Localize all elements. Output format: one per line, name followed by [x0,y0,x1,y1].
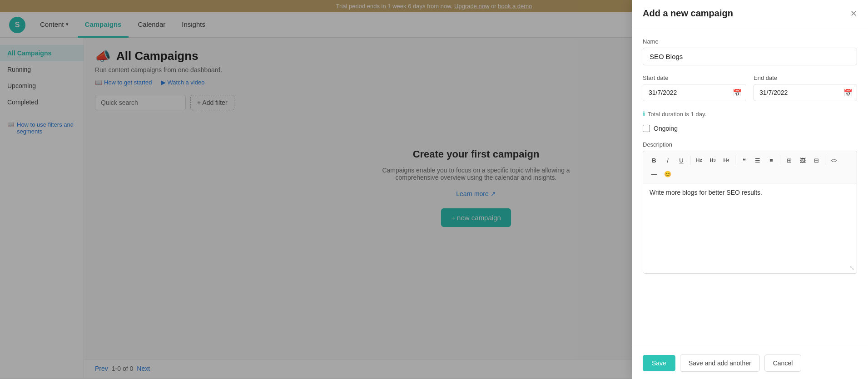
toolbar-divider-1 [690,156,690,165]
toolbar-h4-button[interactable]: H4 [720,154,733,167]
toolbar-divider-2 [735,156,735,165]
toolbar-bullet-list-button[interactable]: ☰ [751,154,764,167]
toolbar-ordered-list-button[interactable]: ≡ [765,154,778,167]
toolbar-h3-button[interactable]: H3 [706,154,719,167]
toolbar-image-button[interactable]: 🖼 [796,154,809,167]
duration-info: ℹ Total duration is 1 day. [643,110,857,118]
toolbar-embed-button[interactable]: ⊟ [810,154,823,167]
start-date-group: Start date 📅 [643,74,746,101]
save-button[interactable]: Save [643,355,675,371]
editor-text: Write more blogs for better SEO results. [650,189,762,196]
toolbar-emoji-button[interactable]: 😊 [661,167,674,180]
start-date-label: Start date [643,74,746,81]
toolbar-table-button[interactable]: ⊞ [783,154,795,167]
modal-drawer: Add a new campaign ✕ Name Start date 📅 E… [632,0,868,378]
toolbar-bold-button[interactable]: B [648,154,660,167]
toolbar-divider-3 [780,156,780,165]
name-input[interactable] [643,48,857,65]
toolbar-underline-button[interactable]: U [675,154,688,167]
name-label: Name [643,38,857,45]
end-date-label: End date [754,74,857,81]
ongoing-label[interactable]: Ongoing [654,125,678,132]
toolbar-divider-4 [825,156,825,165]
info-icon: ℹ [643,110,645,118]
toolbar-blockquote-button[interactable]: ❝ [738,154,750,167]
ongoing-checkbox[interactable] [643,125,650,132]
save-and-add-another-button[interactable]: Save and add another [680,354,760,372]
ongoing-row: Ongoing [643,125,857,132]
modal-title: Add a new campaign [643,8,733,19]
toolbar-italic-button[interactable]: I [661,154,674,167]
description-label: Description [643,141,857,148]
name-group: Name [643,38,857,65]
toolbar-h2-button[interactable]: H2 [693,154,705,167]
start-date-input[interactable] [643,84,746,101]
editor-toolbar: B I U H2 H3 H4 ❝ ☰ ≡ ⊞ 🖼 ⊟ <> — 😊 [643,151,857,183]
toolbar-hr-button[interactable]: — [648,167,660,180]
end-date-wrap: 📅 [754,84,857,101]
editor-content[interactable]: Write more blogs for better SEO results.… [643,183,857,274]
duration-text: Total duration is 1 day. [648,111,706,118]
description-group: Description B I U H2 H3 H4 ❝ ☰ ≡ ⊞ 🖼 ⊟ <… [643,141,857,274]
toolbar-code-button[interactable]: <> [828,154,840,167]
end-date-group: End date 📅 [754,74,857,101]
resize-handle: ⤡ [849,264,855,271]
modal-footer: Save Save and add another Cancel [632,347,868,378]
cancel-button[interactable]: Cancel [764,354,802,372]
start-date-wrap: 📅 [643,84,746,101]
modal-body: Name Start date 📅 End date 📅 ℹ [632,27,868,347]
date-row: Start date 📅 End date 📅 [643,74,857,101]
close-button[interactable]: ✕ [850,9,857,19]
modal-header: Add a new campaign ✕ [632,0,868,27]
end-date-input[interactable] [754,84,857,101]
